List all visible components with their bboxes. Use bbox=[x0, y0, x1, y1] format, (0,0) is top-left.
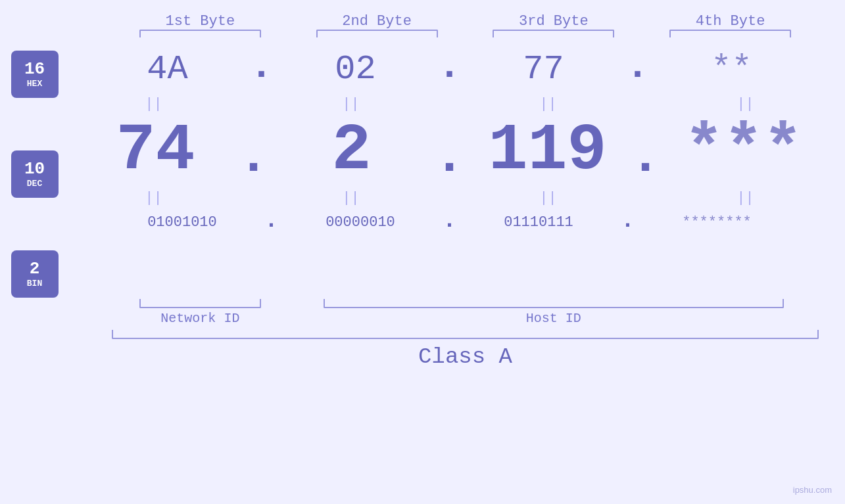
bin-row: 01001010 . 00000010 . 01110111 . *******… bbox=[65, 208, 834, 237]
hex-value-2: 02 bbox=[335, 50, 375, 89]
eq2-2: || bbox=[262, 190, 440, 206]
hex-badge-num: 16 bbox=[24, 60, 45, 79]
content-area: 16 HEX 10 DEC 2 BIN 4A . 02 bbox=[26, 44, 819, 298]
hex-row: 4A . 02 . 77 . ** bbox=[65, 44, 834, 94]
bin-cell-1: 01001010 bbox=[93, 214, 271, 231]
host-bracket-wrapper bbox=[289, 299, 819, 308]
hex-cell-3: 77 bbox=[455, 50, 633, 89]
bin-cell-3: 01110111 bbox=[450, 214, 627, 231]
bottom-section: Network ID Host ID Class A bbox=[26, 299, 819, 369]
dec-value-3: 119 bbox=[488, 114, 606, 188]
eq1-2: || bbox=[262, 96, 440, 112]
eq2-3: || bbox=[460, 190, 637, 206]
eq1-3: || bbox=[460, 96, 637, 112]
dec-badge-label: DEC bbox=[27, 179, 42, 189]
labels-row: Network ID Host ID bbox=[112, 311, 819, 326]
hex-value-3: 77 bbox=[523, 50, 564, 89]
network-id-label: Network ID bbox=[112, 311, 289, 326]
byte2-header: 2nd Byte bbox=[289, 13, 466, 30]
bracket-cell-4 bbox=[642, 30, 819, 37]
class-bracket-row bbox=[112, 330, 819, 339]
network-bracket bbox=[139, 299, 261, 308]
rows-container: 4A . 02 . 77 . ** || || bbox=[65, 44, 834, 237]
bracket-top-1 bbox=[139, 30, 261, 37]
bin-badge-num: 2 bbox=[30, 260, 40, 279]
eq2-1: || bbox=[65, 190, 243, 206]
host-bracket bbox=[324, 299, 784, 308]
top-bracket-row bbox=[26, 30, 819, 37]
bin-value-1: 01001010 bbox=[147, 214, 217, 231]
bin-value-3: 01110111 bbox=[504, 214, 573, 231]
dec-cell-1: 74 bbox=[66, 114, 244, 188]
hex-value-1: 4A bbox=[147, 50, 187, 89]
main-container: 1st Byte 2nd Byte 3rd Byte 4th Byte 16 H… bbox=[0, 0, 845, 504]
bin-badge: 2 BIN bbox=[11, 250, 59, 298]
bracket-cell-1 bbox=[112, 30, 289, 37]
class-bracket bbox=[112, 330, 819, 339]
class-label-row: Class A bbox=[112, 344, 819, 369]
hex-value-4: ** bbox=[711, 50, 752, 89]
bracket-top-4 bbox=[669, 30, 791, 37]
bin-value-4: ******** bbox=[682, 214, 752, 231]
eq1-1: || bbox=[65, 96, 243, 112]
bottom-brackets-row bbox=[112, 299, 819, 308]
bin-value-2: 00000010 bbox=[326, 214, 395, 231]
bracket-top-2 bbox=[316, 30, 438, 37]
hex-cell-2: 02 bbox=[266, 50, 444, 89]
byte3-header: 3rd Byte bbox=[466, 13, 642, 30]
hex-badge: 16 HEX bbox=[11, 51, 59, 98]
bin-badge-label: BIN bbox=[27, 279, 42, 288]
bin-cell-4: ******** bbox=[628, 214, 806, 231]
hex-cell-4: ** bbox=[643, 50, 821, 89]
eq2-4: || bbox=[657, 190, 834, 206]
dec-cell-4: *** bbox=[655, 114, 833, 188]
dec-cell-2: 2 bbox=[262, 114, 440, 188]
badges-column: 16 HEX 10 DEC 2 BIN bbox=[11, 44, 59, 298]
byte4-header: 4th Byte bbox=[642, 13, 819, 30]
eq1-4: || bbox=[657, 96, 834, 112]
dec-value-4: *** bbox=[685, 114, 803, 188]
dec-badge: 10 DEC bbox=[11, 150, 59, 198]
hex-badge-label: HEX bbox=[27, 79, 42, 89]
dec-value-2: 2 bbox=[331, 114, 371, 188]
dec-row: 74 . 2 . 119 . *** bbox=[65, 114, 834, 188]
equals-row-2: || || || || bbox=[65, 188, 834, 208]
bracket-cell-2 bbox=[289, 30, 466, 37]
host-id-label: Host ID bbox=[289, 311, 819, 326]
bracket-cell-3 bbox=[466, 30, 642, 37]
class-a-label: Class A bbox=[112, 344, 819, 369]
hex-cell-1: 4A bbox=[78, 50, 256, 89]
bin-cell-2: 00000010 bbox=[272, 214, 449, 231]
byte1-header: 1st Byte bbox=[112, 13, 289, 30]
dec-value-1: 74 bbox=[116, 114, 195, 188]
dec-badge-num: 10 bbox=[24, 160, 45, 179]
watermark: ipshu.com bbox=[793, 485, 832, 495]
equals-row-1: || || || || bbox=[65, 94, 834, 114]
network-bracket-wrapper bbox=[112, 299, 289, 308]
byte-headers: 1st Byte 2nd Byte 3rd Byte 4th Byte bbox=[26, 13, 819, 30]
bracket-top-3 bbox=[493, 30, 614, 37]
dec-cell-3: 119 bbox=[459, 114, 637, 188]
